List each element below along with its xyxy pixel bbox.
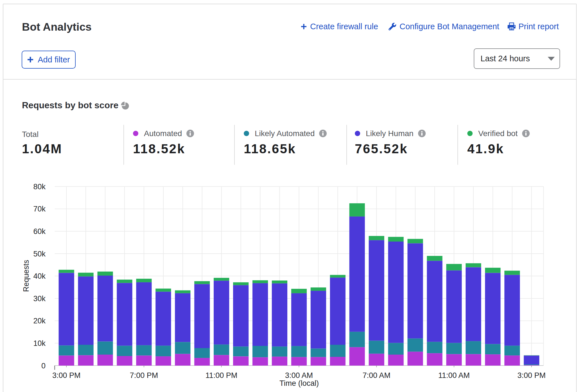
svg-text:60k: 60k: [33, 227, 46, 236]
svg-text:7:00 PM: 7:00 PM: [130, 371, 158, 380]
svg-text:0: 0: [41, 362, 46, 370]
svg-text:50k: 50k: [33, 250, 46, 258]
svg-text:20k: 20k: [33, 317, 46, 325]
svg-text:Time (local): Time (local): [279, 379, 319, 388]
svg-text:10k: 10k: [33, 339, 46, 348]
svg-text:3:00 AM: 3:00 AM: [285, 371, 313, 380]
svg-text:80k: 80k: [33, 183, 46, 191]
svg-text:70k: 70k: [33, 205, 46, 213]
svg-text:3:00 PM: 3:00 PM: [52, 371, 81, 380]
svg-text:Requests: Requests: [22, 260, 30, 292]
svg-text:11:00 AM: 11:00 AM: [438, 371, 470, 380]
svg-text:30k: 30k: [33, 294, 46, 303]
svg-text:3:00 PM: 3:00 PM: [517, 371, 546, 380]
svg-text:11:00 PM: 11:00 PM: [206, 371, 238, 380]
svg-text:40k: 40k: [33, 272, 46, 280]
svg-text:7:00 AM: 7:00 AM: [363, 371, 391, 380]
